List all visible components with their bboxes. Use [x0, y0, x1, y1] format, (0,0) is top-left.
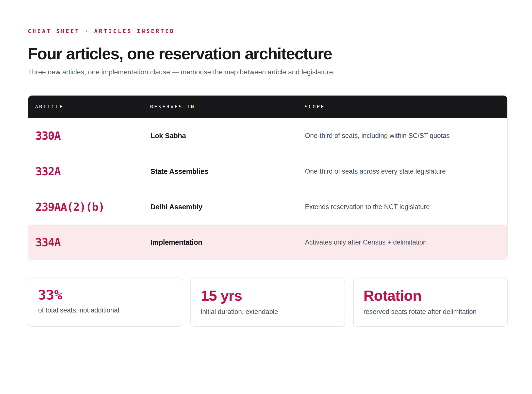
stat-value: 15 yrs	[201, 288, 334, 303]
reserves-in-value: Implementation	[150, 238, 305, 246]
stat-label: of total seats, not additional	[38, 306, 172, 315]
cheat-sheet-page: CHEAT SHEET · ARTICLES INSERTED Four art…	[0, 0, 532, 327]
table-row: 332A State Assemblies One-third of seats…	[28, 154, 507, 189]
scope-value: One-third of seats across every state le…	[305, 168, 507, 175]
stat-value: Rotation	[364, 288, 497, 303]
stat-card-percentage: 33% of total seats, not additional	[28, 278, 182, 327]
article-number: 334A	[28, 236, 150, 249]
stat-label: reserved seats rotate after delimitation	[364, 308, 497, 316]
article-number: 330A	[28, 130, 150, 142]
reserves-in-value: Lok Sabha	[150, 132, 305, 140]
column-header-reserves-in: RESERVES IN	[150, 104, 305, 110]
eyebrow-label: CHEAT SHEET · ARTICLES INSERTED	[28, 29, 508, 34]
page-title: Four articles, one reservation architect…	[28, 45, 508, 63]
stat-card-duration: 15 yrs initial duration, extendable	[190, 278, 345, 327]
stat-cards: 33% of total seats, not additional 15 yr…	[28, 278, 508, 327]
articles-table: ARTICLE RESERVES IN SCOPE 330A Lok Sabha…	[28, 95, 508, 260]
article-number: 332A	[28, 165, 150, 178]
page-subtitle: Three new articles, one implementation c…	[28, 67, 508, 77]
reserves-in-value: State Assemblies	[150, 167, 305, 176]
column-header-article: ARTICLE	[28, 104, 150, 110]
column-header-scope: SCOPE	[305, 104, 508, 110]
table-row-highlighted: 334A Implementation Activates only after…	[28, 225, 507, 260]
table-header-row: ARTICLE RESERVES IN SCOPE	[28, 95, 508, 118]
article-number: 239AA(2)(b)	[28, 201, 150, 213]
scope-value: Activates only after Census + delimitati…	[305, 239, 507, 246]
scope-value: Extends reservation to the NCT legislatu…	[305, 203, 507, 211]
stat-label: initial duration, extendable	[201, 308, 334, 316]
stat-value: 33%	[38, 288, 172, 302]
table-row: 330A Lok Sabha One-third of seats, inclu…	[28, 118, 507, 154]
scope-value: One-third of seats, including within SC/…	[305, 132, 507, 140]
stat-card-rotation: Rotation reserved seats rotate after del…	[353, 278, 508, 327]
table-row: 239AA(2)(b) Delhi Assembly Extends reser…	[28, 189, 507, 225]
reserves-in-value: Delhi Assembly	[150, 203, 305, 211]
